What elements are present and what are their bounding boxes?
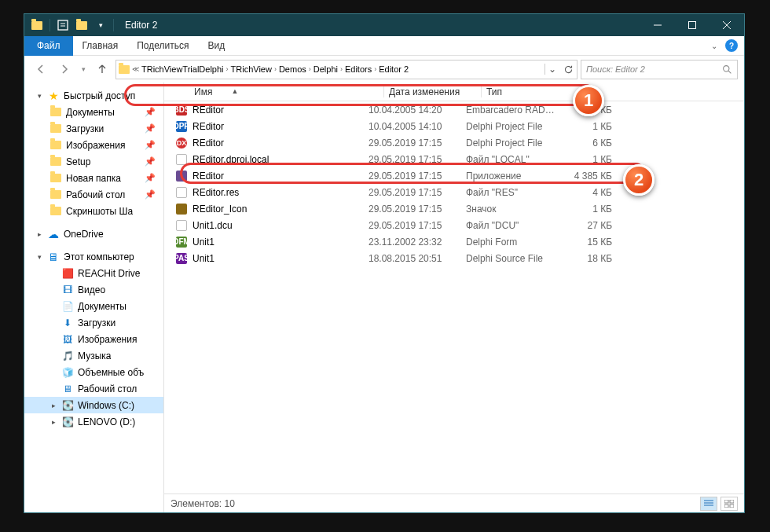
nav-item[interactable]: 🟥REACHit Drive (24, 265, 163, 281)
file-row[interactable]: REditor.res29.05.2019 17:15Файл "RES"4 К… (164, 184, 744, 200)
nav-up-button[interactable] (92, 59, 112, 79)
breadcrumb-item[interactable]: Editor 2 (376, 64, 411, 74)
file-row[interactable]: DFMUnit123.11.2002 23:32Delphi Form15 КБ (164, 233, 744, 250)
file-name: REditor (189, 138, 368, 149)
nav-recent-button[interactable]: ▾ (78, 59, 89, 79)
file-name: REditor (189, 171, 368, 182)
nav-item-icon: 📄 (61, 300, 74, 313)
titlebar: ▾ Editor 2 (24, 14, 744, 36)
newfolder-icon[interactable] (75, 19, 88, 31)
refresh-icon[interactable] (559, 64, 577, 75)
file-date: 10.04.2005 14:20 (368, 105, 466, 116)
file-size: 4 385 КБ (568, 171, 620, 182)
file-row[interactable]: DXREditor29.05.2019 17:15Delphi Project … (164, 134, 744, 151)
breadcrumb-item[interactable]: Demos (277, 64, 309, 74)
nav-forward-button[interactable] (54, 59, 75, 79)
file-row[interactable]: BDSREditor10.04.2005 14:20Embarcadero RA… (164, 101, 744, 118)
nav-item[interactable]: ▸💽Windows (C:) (24, 397, 163, 413)
nav-back-button[interactable] (31, 59, 51, 79)
nav-onedrive[interactable]: ▸☁OneDrive (24, 226, 163, 242)
nav-item[interactable]: Скриншоты Ша (24, 203, 163, 219)
file-date: 18.08.2015 20:51 (368, 253, 466, 264)
folder-icon (31, 19, 43, 31)
nav-item-icon: ⬇ (61, 317, 74, 329)
file-size: 1 КБ (568, 121, 620, 132)
file-type: Delphi Project File (466, 121, 568, 132)
file-size: 1 КБ (568, 154, 620, 165)
nav-item[interactable]: 🎵Музыка (24, 347, 163, 364)
file-row[interactable]: Unit1.dcu29.05.2019 17:15Файл "DCU"27 КБ (164, 217, 744, 233)
file-row[interactable]: DPRREditor10.04.2005 14:10Delphi Project… (164, 118, 744, 134)
address-bar[interactable]: ≪ TRichViewTrialDelphi›TRichView›Demos›D… (116, 60, 578, 79)
view-details-button[interactable] (700, 497, 717, 511)
file-type: Приложение (466, 171, 568, 182)
address-dropdown-icon[interactable]: ⌄ (545, 64, 559, 75)
file-icon (174, 187, 189, 198)
nav-item[interactable]: Setup📌 (24, 153, 163, 170)
expand-ribbon-icon[interactable]: ⌄ (711, 42, 717, 50)
nav-this-pc[interactable]: ▾🖥Этот компьютер (24, 248, 163, 265)
file-name: REditor.dproj.local (189, 154, 368, 165)
file-date: 29.05.2019 17:15 (368, 154, 466, 165)
file-size: 15 КБ (568, 237, 620, 248)
properties-icon[interactable] (57, 19, 69, 31)
maximize-button[interactable] (675, 14, 710, 36)
nav-item[interactable]: Загрузки📌 (24, 120, 163, 137)
file-date: 23.11.2002 23:32 (368, 237, 466, 248)
col-name[interactable]: Имя▲ (189, 86, 384, 97)
nav-item[interactable]: Новая папка📌 (24, 170, 163, 186)
nav-item-icon: 🖼 (61, 333, 74, 346)
file-icon (174, 220, 189, 231)
nav-item[interactable]: ⬇Загрузки (24, 314, 163, 331)
svg-rect-0 (58, 20, 68, 30)
column-headers: Имя▲ Дата изменения Тип (164, 83, 744, 101)
qat-chevron-icon[interactable]: ▾ (94, 19, 107, 31)
nav-item[interactable]: 🎞Видео (24, 281, 163, 298)
tab-home[interactable]: Главная (73, 36, 128, 56)
col-type[interactable]: Тип (482, 86, 584, 97)
tab-file[interactable]: Файл (24, 36, 73, 56)
nav-item[interactable]: 📄Документы (24, 298, 163, 314)
col-date[interactable]: Дата изменения (384, 86, 482, 97)
search-input[interactable]: Поиск: Editor 2 (581, 60, 738, 79)
breadcrumb-item[interactable]: TRichViewTrialDelphi (139, 64, 226, 74)
nav-item[interactable]: Рабочий стол📌 (24, 186, 163, 203)
nav-item[interactable]: Изображения📌 (24, 137, 163, 153)
breadcrumb-item[interactable]: Delphi (311, 64, 340, 74)
view-icons-button[interactable] (720, 497, 738, 511)
nav-item[interactable]: ▸💽LENOVO (D:) (24, 413, 163, 430)
nav-item-icon: 🎞 (61, 284, 74, 296)
nav-item[interactable]: 🧊Объемные объ (24, 364, 163, 380)
file-date: 29.05.2019 17:15 (368, 138, 466, 149)
file-row[interactable]: REditor.dproj.local29.05.2019 17:15Файл … (164, 151, 744, 167)
pin-icon: 📌 (145, 140, 156, 150)
tab-view[interactable]: Вид (198, 36, 234, 56)
breadcrumb-item[interactable]: TRichView (229, 64, 274, 74)
minimize-button[interactable] (640, 14, 675, 36)
close-button[interactable] (710, 14, 744, 36)
file-list: BDSREditor10.04.2005 14:20Embarcadero RA… (164, 101, 744, 493)
file-type: Delphi Project File (466, 138, 568, 149)
pin-icon: 📌 (145, 189, 156, 200)
nav-item[interactable]: Документы📌 (24, 104, 163, 120)
svg-rect-13 (730, 500, 734, 503)
tab-share[interactable]: Поделиться (127, 36, 198, 56)
pin-icon: 📌 (145, 156, 156, 167)
nav-pane: ▾★Быстрый доступ Документы📌Загрузки📌Изоб… (24, 83, 164, 512)
file-row[interactable]: PASUnit118.08.2015 20:51Delphi Source Fi… (164, 250, 744, 266)
file-type: Delphi Form (466, 237, 568, 248)
file-date: 29.05.2019 17:15 (368, 220, 466, 231)
nav-quick-access[interactable]: ▾★Быстрый доступ (24, 87, 163, 104)
svg-rect-4 (689, 22, 696, 29)
ribbon: Файл Главная Поделиться Вид ⌄ ? (24, 36, 744, 56)
nav-item[interactable]: 🖼Изображения (24, 331, 163, 347)
svg-line-8 (728, 71, 731, 73)
breadcrumb-item[interactable]: Editors (343, 64, 374, 74)
file-row[interactable]: REditor29.05.2019 17:15Приложение4 385 К… (164, 167, 744, 184)
help-icon[interactable]: ? (725, 39, 738, 52)
file-type: Delphi Source File (466, 253, 568, 264)
nav-item-icon: 💽 (61, 416, 74, 428)
nav-item[interactable]: 🖥Рабочий стол (24, 380, 163, 397)
file-row[interactable]: REditor_Icon29.05.2019 17:15Значок1 КБ (164, 200, 744, 217)
folder-icon (50, 189, 62, 201)
